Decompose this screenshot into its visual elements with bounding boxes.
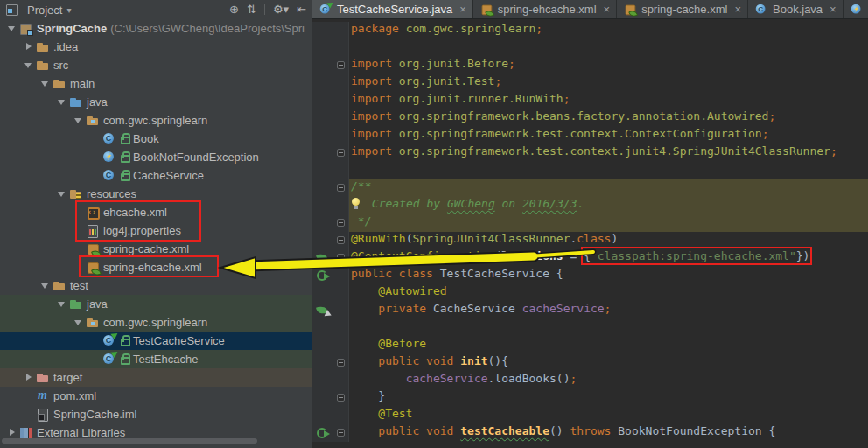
autowired-icon[interactable]	[317, 304, 329, 317]
code-line[interactable]: public class TestCacheService {	[312, 267, 868, 284]
tree-item-booknotfoundexception[interactable]: BookNotFoundException	[0, 148, 312, 166]
fold-marker-icon[interactable]	[337, 429, 345, 437]
tree-item-src[interactable]: src	[0, 56, 312, 74]
code-line[interactable]: import org.junit.Before;	[312, 57, 868, 74]
chevron-down-icon[interactable]	[22, 56, 36, 74]
code-segment	[351, 424, 378, 438]
hide-panel-icon[interactable]: ⇤	[297, 4, 306, 16]
fold-marker-icon[interactable]	[337, 61, 345, 69]
tab-bo[interactable]: Bo	[844, 0, 868, 18]
close-icon[interactable]: ×	[830, 0, 836, 19]
run-test-icon[interactable]	[317, 427, 329, 439]
chevron-down-icon[interactable]	[5, 19, 19, 38]
chevron-down-icon[interactable]	[38, 74, 52, 93]
tree-item-java[interactable]: java	[0, 295, 312, 313]
code-line[interactable]: public void testCacheable() throws BookN…	[312, 424, 868, 442]
tree-item-test[interactable]: test	[0, 276, 312, 295]
tree-item-java[interactable]: java	[0, 93, 312, 111]
code-line[interactable]: }	[312, 389, 868, 407]
tab-book-java[interactable]: Book.java×	[748, 0, 844, 18]
tree-item-label: Book	[133, 132, 159, 145]
code-line[interactable]: @Before	[312, 337, 868, 354]
chevron-down-icon[interactable]	[55, 93, 69, 111]
tab-spring-ehcache-xml[interactable]: spring-ehcache.xml×	[473, 0, 617, 18]
chevron-down-icon[interactable]: ▾	[66, 5, 71, 15]
code-line[interactable]: @ContextConfiguration(locations = {"clas…	[312, 249, 868, 267]
code-line[interactable]: /**	[312, 179, 868, 197]
class-icon	[102, 169, 116, 183]
code-line[interactable]: package com.gwc.springlearn;	[312, 22, 868, 39]
spring-bean-icon[interactable]	[317, 252, 329, 264]
code-line-text: public class TestCacheService {	[349, 267, 868, 284]
chevron-right-icon[interactable]	[22, 368, 36, 387]
tree-item-target[interactable]: target	[0, 368, 312, 387]
project-panel-title[interactable]: Project	[27, 4, 62, 17]
close-icon[interactable]: ×	[459, 0, 466, 19]
chevron-down-icon[interactable]	[55, 295, 69, 313]
code-line[interactable]: cacheService.loadBooks();	[312, 372, 868, 389]
chevron-down-icon[interactable]	[72, 313, 86, 332]
code-line[interactable]: public void init(){	[312, 354, 868, 372]
code-line[interactable]: @Autowired	[312, 284, 868, 302]
tree-item-idea[interactable]: .idea	[0, 38, 312, 56]
code-line[interactable]: @Test	[312, 407, 868, 424]
intention-bulb-icon[interactable]	[351, 197, 362, 209]
code-segment: Created by	[365, 197, 447, 210]
code-segment: BookNotFoundException	[618, 424, 761, 438]
settings-icon[interactable]: ⚙▾	[273, 4, 289, 16]
code-segment: GWCheng	[447, 197, 495, 210]
close-icon[interactable]: ×	[604, 0, 611, 19]
code-line[interactable]: import org.springframework.beans.factory…	[312, 109, 868, 127]
tree-item-cacheservice[interactable]: CacheService	[0, 166, 312, 185]
fold-marker-icon[interactable]	[337, 184, 345, 192]
code-segment: @RunWith	[351, 232, 406, 245]
gutter-cell	[312, 162, 349, 179]
tree-item-book[interactable]: Book	[0, 130, 312, 148]
fold-marker-icon[interactable]	[337, 254, 345, 262]
code-line[interactable]: import org.springframework.test.context.…	[312, 127, 868, 144]
tree-item-spring-cache-xml[interactable]: spring-cache.xml	[0, 240, 312, 258]
tree-item-com-gwc-springlearn[interactable]: com.gwc.springlearn	[0, 111, 312, 130]
tree-item-log4j-properties[interactable]: log4j.properties	[0, 221, 312, 240]
tree-item-com-gwc-springlearn[interactable]: com.gwc.springlearn	[0, 313, 312, 332]
tree-item-pom-xml[interactable]: pom.xml	[0, 387, 312, 405]
code-line[interactable]: Created by GWCheng on 2016/3/3.	[312, 197, 868, 214]
fold-marker-icon[interactable]	[337, 149, 345, 157]
xml-file-icon	[86, 206, 100, 220]
tree-item-testehcache[interactable]: TestEhcache	[0, 350, 312, 368]
chevron-right-icon[interactable]	[22, 38, 36, 56]
collapse-all-icon[interactable]: ⇅	[247, 4, 256, 16]
chevron-down-icon[interactable]	[55, 185, 69, 203]
tree-item-resources[interactable]: resources	[0, 185, 312, 203]
code-line[interactable]: import org.junit.runner.RunWith;	[312, 92, 868, 109]
tree-item-testcacheservice[interactable]: TestCacheService	[0, 332, 312, 350]
code-line[interactable]: @RunWith(SpringJUnit4ClassRunner.class)	[312, 232, 868, 249]
fold-marker-icon[interactable]	[337, 394, 345, 402]
tree-item-main[interactable]: main	[0, 74, 312, 93]
code-line[interactable]	[312, 319, 868, 337]
code-segment: {	[584, 249, 591, 262]
fold-marker-icon[interactable]	[337, 219, 345, 227]
tab-testcacheservice-java[interactable]: TestCacheService.java×	[312, 0, 473, 18]
locate-icon[interactable]: ⊕	[229, 4, 239, 16]
tree-item-spring-ehcache-xml[interactable]: spring-ehcache.xml	[0, 258, 312, 276]
gutter-cell	[312, 407, 349, 424]
tree-item-springcache[interactable]: SpringCache (C:\Users\GWCheng\IdeaProjec…	[0, 19, 312, 38]
close-icon[interactable]: ×	[734, 0, 741, 19]
chevron-down-icon[interactable]	[72, 111, 86, 130]
code-line[interactable]: */	[312, 214, 868, 232]
tree-item-springcache-iml[interactable]: SpringCache.iml	[0, 405, 312, 424]
fold-marker-icon[interactable]	[337, 236, 345, 244]
chevron-down-icon[interactable]	[38, 276, 52, 295]
code-line[interactable]	[312, 162, 868, 179]
horizontal-scrollbar[interactable]	[2, 438, 257, 444]
run-test-icon[interactable]	[317, 270, 329, 282]
fold-marker-icon[interactable]	[337, 359, 345, 367]
code-line[interactable]: import org.springframework.test.context.…	[312, 144, 868, 162]
code-editor[interactable]: package com.gwc.springlearn;import org.j…	[312, 19, 868, 448]
code-line[interactable]	[312, 39, 868, 57]
code-line[interactable]: import org.junit.Test;	[312, 74, 868, 92]
tree-item-ehcache-xml[interactable]: ehcache.xml	[0, 203, 312, 221]
code-line[interactable]: private CacheService cacheService;	[312, 302, 868, 319]
tab-spring-cache-xml[interactable]: spring-cache.xml×	[617, 0, 748, 18]
